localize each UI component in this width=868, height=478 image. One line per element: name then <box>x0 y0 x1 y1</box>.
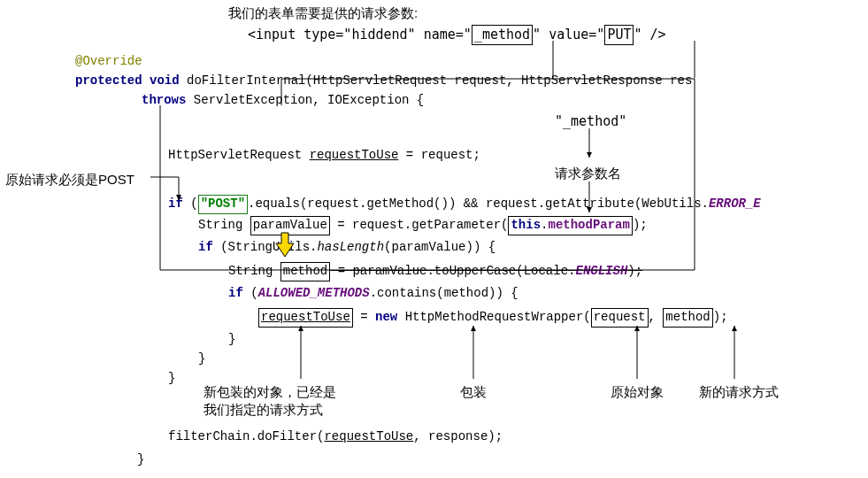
wrapped-obj-label-2: 我们指定的请求方式 <box>204 400 323 419</box>
if-post-line: if ("POST".equals(request.getMethod()) &… <box>168 195 761 214</box>
must-post-label: 原始请求必须是POST <box>5 170 134 189</box>
input-prefix: <input type="hiddend" name=" <box>248 27 472 42</box>
param-value-line: String paramValue = request.getParameter… <box>198 216 648 235</box>
if-haslength-line: if (StringUtils.hasLength(paramValue)) { <box>198 239 495 257</box>
input-suffix: " /> <box>634 27 665 42</box>
orig-obj-label: 原始对象 <box>611 382 664 401</box>
request-to-use-box: requestToUse <box>258 308 353 328</box>
request-to-use-decl: HttpServletRequest requestToUse = reques… <box>168 147 480 165</box>
brace-4: } <box>137 451 144 469</box>
param-value-box: paramValue <box>250 216 330 235</box>
wrapper-line: requestToUse = new HttpMethodRequestWrap… <box>258 308 728 328</box>
brace-2: } <box>198 351 205 368</box>
throws-line: throws ServletException, IOException { <box>142 92 424 110</box>
override-annotation: @Override <box>75 53 142 71</box>
input-mid: " value=" <box>533 27 604 42</box>
method-signature: protected void doFilterInternal(HttpServ… <box>75 73 692 90</box>
input-method-box: _method <box>472 25 533 45</box>
wrapped-obj-label-1: 新包装的对象，已经是 <box>204 382 336 401</box>
wrap-label: 包装 <box>460 382 487 401</box>
input-put-box: PUT <box>604 25 634 45</box>
new-method-label: 新的请求方式 <box>699 382 779 401</box>
method-var-line: String method = paramValue.toUpperCase(L… <box>228 262 642 281</box>
method-param-box: this.methodParam <box>508 216 632 235</box>
method-arg-box: method <box>663 308 712 328</box>
form-note: 我们的表单需要提供的请求参数: <box>228 4 418 22</box>
brace-1: } <box>228 331 235 349</box>
param-name-label: 请求参数名 <box>555 164 621 182</box>
request-box: request <box>591 308 649 328</box>
method-string-label: "_method" <box>555 112 626 131</box>
if-allowed-line: if (ALLOWED_METHODS.contains(method)) { <box>228 285 518 303</box>
dofilter-line: filterChain.doFilter(requestToUse, respo… <box>168 428 503 446</box>
method-box: method <box>280 262 330 281</box>
brace-3: } <box>168 370 175 388</box>
input-tag: <input type="hiddend" name="_method" val… <box>248 25 666 45</box>
